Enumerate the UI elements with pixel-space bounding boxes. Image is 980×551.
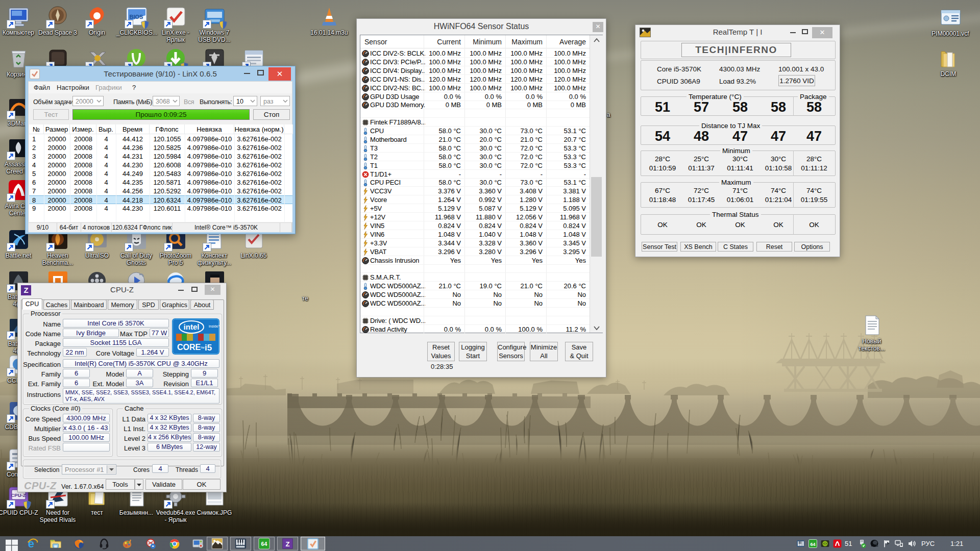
svg-text:™: ™ bbox=[200, 346, 205, 351]
svg-text:64: 64 bbox=[810, 542, 815, 547]
svg-text:BIOS: BIOS bbox=[129, 14, 143, 20]
svg-text:CORE: CORE bbox=[177, 343, 201, 352]
svg-text:Z: Z bbox=[285, 540, 289, 548]
svg-text:intel: intel bbox=[184, 322, 200, 331]
svg-text:i5: i5 bbox=[205, 343, 212, 353]
svg-text:64: 64 bbox=[261, 541, 267, 547]
svg-text:inside™: inside™ bbox=[209, 324, 219, 328]
svg-text:CPU-Z: CPU-Z bbox=[11, 492, 26, 498]
